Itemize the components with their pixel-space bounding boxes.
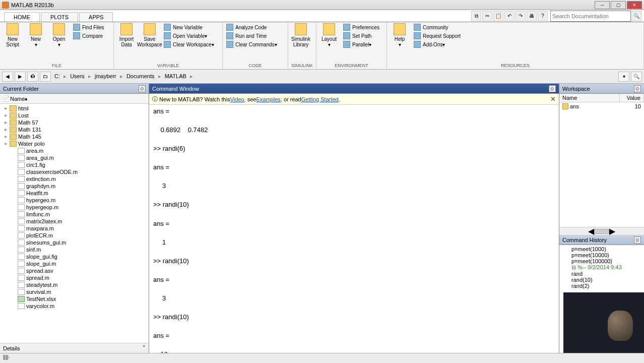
tab-apps[interactable]: APPS: [79, 12, 113, 22]
file-item[interactable]: area.m: [0, 147, 149, 154]
panel-menu-icon[interactable]: ⊙: [634, 236, 641, 244]
folder-item[interactable]: +Water polo: [0, 140, 149, 147]
history-item[interactable]: p=meet(1000): [561, 246, 642, 252]
community-button[interactable]: Community: [412, 23, 462, 31]
file-item[interactable]: steadytest.m: [0, 281, 149, 288]
file-item[interactable]: varycolor.m: [0, 302, 149, 310]
workspace-hscroll[interactable]: ◀▶: [559, 227, 644, 235]
search-docs-input[interactable]: [550, 11, 631, 22]
search-icon[interactable]: 🔍: [631, 11, 641, 21]
qat-icon[interactable]: ⧉: [471, 11, 481, 21]
workspace-header[interactable]: Workspace ⊙: [559, 84, 644, 94]
nav-back-button[interactable]: ◀: [2, 72, 13, 82]
analyze-code-button[interactable]: Analyze Code: [225, 23, 286, 31]
import-data-button[interactable]: Import Data: [116, 23, 137, 47]
breadcrumb-segment[interactable]: MATLAB: [163, 73, 188, 80]
minimize-button[interactable]: ─: [595, 1, 610, 9]
layout-button[interactable]: Layout▾: [318, 23, 340, 47]
new-button[interactable]: New▾: [25, 23, 46, 47]
qat-icon[interactable]: ↶: [504, 11, 514, 21]
nav-dropdown[interactable]: ▾: [618, 72, 629, 82]
help-icon[interactable]: ?: [538, 11, 548, 21]
folder-item[interactable]: +html: [0, 105, 149, 112]
breadcrumb-segment[interactable]: jmayberr: [93, 73, 118, 80]
panel-menu-icon[interactable]: ⊙: [139, 85, 146, 92]
command-output[interactable]: ans = 0.6892 0.7482 >> randi(6) ans = 3 …: [149, 105, 559, 353]
file-item[interactable]: spread.asv: [0, 267, 149, 274]
expand-icon[interactable]: +: [3, 134, 8, 140]
file-item[interactable]: spread.m: [0, 274, 149, 281]
preferences-button[interactable]: Preferences: [342, 23, 381, 31]
history-item[interactable]: rand(2): [561, 283, 642, 289]
qat-icon[interactable]: 🖶: [527, 11, 537, 21]
history-item[interactable]: p=meet(100000): [561, 258, 642, 264]
file-item[interactable]: extinction.m: [0, 175, 149, 183]
folder-item[interactable]: +Math 145: [0, 133, 149, 140]
file-item[interactable]: limfunc.m: [0, 211, 149, 218]
help-button[interactable]: Help▾: [389, 23, 410, 47]
file-item[interactable]: sinesums_gui.m: [0, 239, 149, 246]
details-header[interactable]: Details˄: [0, 343, 149, 353]
panel-menu-icon[interactable]: ⊙: [634, 85, 641, 92]
banner-close-icon[interactable]: ✕: [550, 95, 556, 103]
current-folder-header[interactable]: Current Folder ⊙: [0, 84, 149, 94]
close-button[interactable]: ✕: [627, 1, 642, 9]
history-item[interactable]: p=meet(10000): [561, 252, 642, 258]
file-item[interactable]: graphdyn.m: [0, 183, 149, 190]
name-column-header[interactable]: 📄 Name ▴: [0, 94, 149, 104]
command-history-header[interactable]: Command History ⊙: [559, 235, 644, 245]
expand-icon[interactable]: +: [3, 141, 8, 147]
clear-commands-button[interactable]: Clear Commands ▾: [225, 40, 286, 48]
clear-workspace-button[interactable]: Clear Workspace ▾: [162, 40, 216, 48]
expand-icon[interactable]: +: [3, 105, 8, 111]
file-item[interactable]: survival.m: [0, 288, 149, 295]
request-support-button[interactable]: Request Support: [412, 32, 462, 40]
ws-name-header[interactable]: Name: [559, 94, 620, 102]
panel-menu-icon[interactable]: ⊙: [549, 85, 556, 92]
history-session-marker[interactable]: ⊟ %-- 9/2/2014 9:43: [561, 264, 642, 271]
file-item[interactable]: sinf.m: [0, 246, 149, 253]
new-variable-button[interactable]: New Variable: [162, 23, 216, 31]
breadcrumb-segment[interactable]: Documents: [124, 73, 157, 80]
open-button[interactable]: Open▾: [48, 23, 70, 47]
qat-icon[interactable]: ✂: [482, 11, 492, 21]
file-item[interactable]: hypergeo.m: [0, 197, 149, 204]
simulink-library-button[interactable]: Simulink Library: [290, 23, 311, 47]
ws-value-header[interactable]: Value: [620, 94, 644, 102]
add-ons-button[interactable]: Add-Ons ▾: [412, 40, 462, 48]
examples-link[interactable]: Examples: [256, 96, 280, 102]
breadcrumb-segment[interactable]: C:: [52, 73, 62, 80]
tab-home[interactable]: HOME: [4, 12, 40, 22]
nav-fwd-button[interactable]: ▶: [15, 72, 26, 82]
save-workspace-button[interactable]: Save Workspace: [139, 23, 160, 47]
file-item[interactable]: classexerciseODE.m: [0, 168, 149, 175]
open-variable-button[interactable]: Open Variable ▾: [162, 32, 216, 40]
expand-icon[interactable]: +: [3, 127, 8, 133]
file-item[interactable]: matrix2latex.m: [0, 218, 149, 225]
nav-browse-button[interactable]: 🗀: [40, 72, 51, 82]
file-item[interactable]: maxpara.m: [0, 225, 149, 232]
folder-item[interactable]: +Math 57: [0, 119, 149, 126]
nav-search-icon[interactable]: 🔍: [631, 72, 642, 82]
nav-up-button[interactable]: ⮉: [27, 72, 38, 82]
qat-icon[interactable]: ↷: [516, 11, 526, 21]
breadcrumb-segment[interactable]: Users: [68, 73, 87, 80]
file-item[interactable]: circ1.fig: [0, 161, 149, 168]
find-files-button[interactable]: Find Files: [72, 23, 105, 31]
maximize-button[interactable]: ▢: [611, 1, 626, 9]
qat-icon[interactable]: 📋: [493, 11, 503, 21]
tab-plots[interactable]: PLOTS: [41, 12, 78, 22]
compare-button[interactable]: Compare: [72, 32, 105, 40]
workspace-row[interactable]: ans10: [559, 102, 644, 110]
video-link[interactable]: Video: [230, 96, 244, 102]
expand-icon[interactable]: +: [3, 112, 8, 118]
run-time-button[interactable]: Run and Time: [225, 32, 286, 40]
command-window-header[interactable]: Command Window ⊙: [149, 84, 559, 94]
folder-item[interactable]: +Lost: [0, 112, 149, 119]
getting-started-link[interactable]: Getting Started: [301, 96, 339, 102]
history-item[interactable]: rand(10): [561, 277, 642, 283]
file-item[interactable]: slope_gui.fig: [0, 253, 149, 260]
history-item[interactable]: rand: [561, 271, 642, 277]
folder-tree[interactable]: +html+Lost+Math 57+Math 131+Math 145+Wat…: [0, 104, 149, 343]
file-item[interactable]: plotECR.m: [0, 232, 149, 239]
